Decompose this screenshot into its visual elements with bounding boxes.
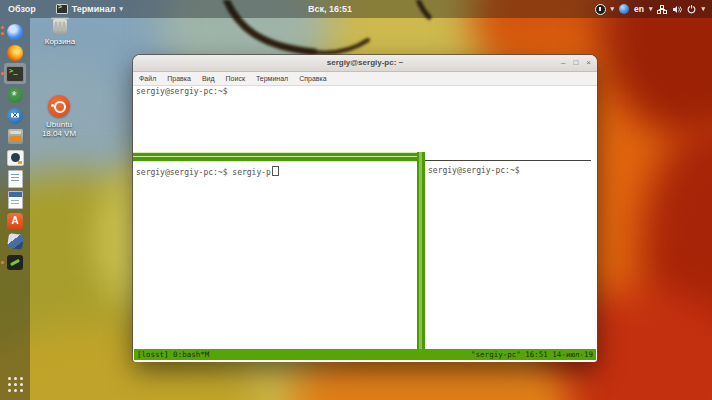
- dock-item-libreoffice[interactable]: [4, 168, 26, 189]
- show-applications-button[interactable]: [0, 377, 30, 392]
- window-controls: – □ ×: [561, 55, 591, 71]
- menu-file[interactable]: Файл: [139, 75, 156, 82]
- dock-item-software-store[interactable]: A: [4, 210, 26, 231]
- left-pane-prompt: sergiy@sergiy-pc:~$ sergiy-p: [136, 166, 279, 177]
- vm-label-line2: 18.04 VM: [34, 129, 84, 138]
- thunderbird-icon: [7, 108, 23, 124]
- minimize-button[interactable]: –: [561, 59, 565, 67]
- terminal-window: sergiy@sergiy-pc: ~ – □ × Файл Правка Ви…: [133, 55, 597, 361]
- menu-view[interactable]: Вид: [202, 75, 215, 82]
- running-indicator: [1, 72, 4, 75]
- app-menu[interactable]: Терминал ▾: [56, 4, 123, 14]
- tmux-status-bar: [losst] 0:bash*M "sergiy-pc" 16:51 14-ию…: [134, 349, 596, 360]
- dock-item-dark-media-app[interactable]: [4, 252, 26, 273]
- right-pane-prompt: sergiy@sergiy-pc:~$: [428, 166, 520, 175]
- right-pane-top-border: [425, 160, 591, 161]
- dock-item-libreoffice-writer[interactable]: [4, 189, 26, 210]
- top-bar: Обзор Терминал ▾ Вск, 16:51 ▾ en ▾: [0, 0, 712, 18]
- dock-item-firefox[interactable]: [4, 42, 26, 63]
- menu-edit[interactable]: Правка: [167, 75, 191, 82]
- document-icon: [8, 170, 23, 188]
- file-cabinet-icon: [8, 129, 23, 144]
- camera-lens-icon: [7, 150, 24, 166]
- dock-item-green-utility[interactable]: [4, 84, 26, 105]
- virtualbox-cube-icon: [7, 233, 24, 250]
- writer-document-icon: [8, 191, 23, 209]
- app-indicator-icon[interactable]: [619, 4, 629, 14]
- window-title: sergiy@sergiy-pc: ~: [133, 55, 597, 71]
- network-icon[interactable]: [657, 5, 667, 14]
- power-icon[interactable]: [687, 5, 696, 14]
- running-indicator: [1, 32, 4, 35]
- clock[interactable]: Вск, 16:51: [308, 0, 352, 18]
- trash-icon: [53, 19, 67, 34]
- dock-item-chromium[interactable]: [4, 21, 26, 42]
- green-utility-icon: [7, 87, 23, 103]
- terminal-icon: [6, 66, 24, 82]
- dock: A: [0, 18, 30, 400]
- terminal-content[interactable]: sergiy@sergiy-pc:~$ sergiy@sergiy-pc:~$ …: [133, 86, 597, 362]
- tmux-status-right: "sergiy-pc" 16:51 14-июл-19: [471, 350, 593, 359]
- chevron-down-icon: ▾: [611, 5, 615, 13]
- ubuntu-logo-icon: [48, 95, 70, 117]
- maximize-button[interactable]: □: [573, 59, 578, 67]
- activities-button[interactable]: Обзор: [8, 4, 36, 14]
- top-pane-prompt: sergiy@sergiy-pc:~$: [136, 87, 228, 96]
- tmux-status-left: [losst] 0:bash*M: [137, 350, 209, 359]
- menu-bar: Файл Правка Вид Поиск Терминал Справка: [133, 72, 597, 86]
- volume-icon[interactable]: [672, 5, 682, 14]
- dark-media-app-icon: [7, 255, 23, 270]
- menu-terminal[interactable]: Терминал: [256, 75, 288, 82]
- dock-item-terminal[interactable]: [4, 63, 26, 84]
- apps-grid-icon: [8, 377, 23, 392]
- vm-label-line1: Ubuntu: [34, 120, 84, 129]
- software-store-icon: A: [7, 213, 23, 229]
- desktop-icon-trash[interactable]: Корзина: [36, 19, 84, 46]
- chevron-down-icon: ▾: [119, 5, 123, 13]
- tmux-vertical-pane-border[interactable]: [417, 152, 425, 351]
- desktop-icon-ubuntu-vm[interactable]: Ubuntu 18.04 VM: [34, 95, 84, 138]
- menu-search[interactable]: Поиск: [226, 75, 245, 82]
- tmux-horizontal-pane-border[interactable]: [133, 152, 424, 162]
- chromium-icon: [7, 24, 23, 40]
- running-indicator: [1, 26, 4, 29]
- keyboard-layout[interactable]: en: [634, 4, 644, 14]
- dock-item-thunderbird[interactable]: [4, 105, 26, 126]
- dock-item-virtualbox[interactable]: [4, 231, 26, 252]
- terminal-cursor: [272, 166, 279, 176]
- status-area: ▾ en ▾ ▾: [595, 0, 705, 18]
- dock-item-files[interactable]: [4, 126, 26, 147]
- recorder-indicator-icon[interactable]: [595, 4, 606, 15]
- firefox-icon: [7, 45, 23, 61]
- trash-label: Корзина: [36, 37, 84, 46]
- dock-item-image-viewer[interactable]: [4, 147, 26, 168]
- menu-help[interactable]: Справка: [299, 75, 326, 82]
- desktop: Обзор Терминал ▾ Вск, 16:51 ▾ en ▾: [0, 0, 712, 400]
- running-indicator: [1, 261, 4, 264]
- window-titlebar[interactable]: sergiy@sergiy-pc: ~ – □ ×: [133, 55, 597, 72]
- close-button[interactable]: ×: [586, 59, 591, 67]
- terminal-app-icon: [56, 4, 68, 14]
- chevron-down-icon: ▾: [649, 5, 653, 13]
- chevron-down-icon: ▾: [701, 5, 705, 13]
- app-menu-label: Терминал: [72, 4, 116, 14]
